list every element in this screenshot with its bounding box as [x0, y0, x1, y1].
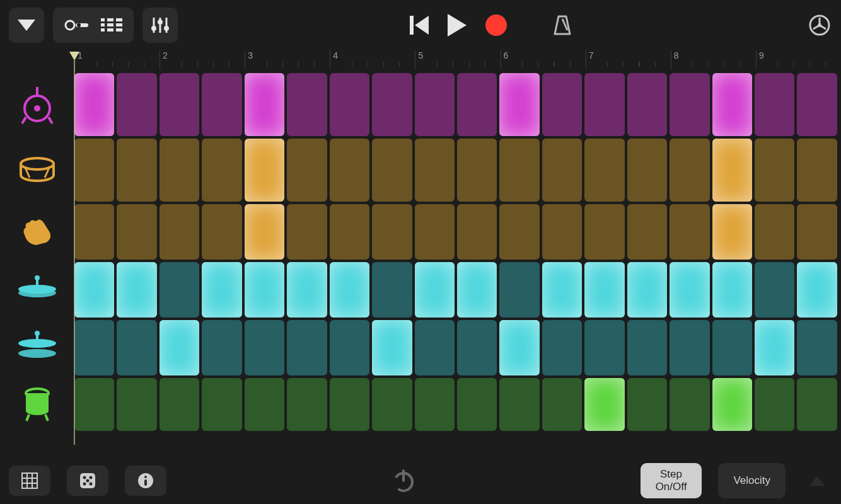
info-button[interactable] [125, 466, 166, 496]
rewind-button[interactable] [410, 16, 429, 35]
step-cell[interactable] [74, 378, 114, 431]
step-cell[interactable] [627, 204, 667, 260]
step-cell[interactable] [160, 262, 199, 318]
step-cell[interactable] [627, 73, 667, 136]
step-cell[interactable] [670, 139, 709, 202]
step-cell[interactable] [372, 139, 412, 202]
step-cell[interactable] [117, 204, 156, 260]
step-cell[interactable] [712, 73, 752, 136]
step-cell[interactable] [245, 378, 284, 431]
step-cell[interactable] [755, 262, 794, 318]
step-cell[interactable] [712, 320, 752, 375]
step-cell[interactable] [330, 204, 369, 260]
step-cell[interactable] [627, 139, 667, 202]
step-cell[interactable] [670, 73, 709, 136]
step-cell[interactable] [74, 320, 114, 375]
step-cell[interactable] [160, 73, 199, 136]
step-cell[interactable] [160, 378, 199, 431]
step-cell[interactable] [499, 378, 539, 431]
mode-step-onoff-button[interactable]: Step On/Off [641, 463, 702, 498]
step-cell[interactable] [670, 262, 709, 318]
mode-velocity-button[interactable]: Velocity [718, 463, 786, 498]
step-cell[interactable] [755, 320, 794, 375]
step-cell[interactable] [670, 320, 709, 375]
step-cell[interactable] [117, 262, 156, 318]
step-cell[interactable] [330, 378, 369, 431]
step-cell[interactable] [415, 204, 455, 260]
step-cell[interactable] [372, 262, 412, 318]
step-cell[interactable] [117, 378, 156, 431]
snare-icon[interactable] [0, 139, 74, 202]
step-cell[interactable] [287, 139, 327, 202]
step-cell[interactable] [584, 73, 624, 136]
step-cell[interactable] [245, 73, 284, 136]
step-cell[interactable] [372, 73, 412, 136]
step-cell[interactable] [584, 262, 624, 318]
view-toggle-button[interactable] [53, 8, 134, 43]
step-cell[interactable] [415, 73, 455, 136]
kick-icon[interactable] [0, 73, 74, 136]
step-cell[interactable] [584, 204, 624, 260]
step-cell[interactable] [245, 262, 284, 318]
step-cell[interactable] [287, 262, 327, 318]
step-cell[interactable] [457, 204, 497, 260]
record-button[interactable] [485, 14, 507, 36]
step-cell[interactable] [712, 139, 752, 202]
step-cell[interactable] [499, 139, 539, 202]
step-cell[interactable] [330, 262, 369, 318]
power-button[interactable] [390, 467, 417, 495]
step-cell[interactable] [755, 204, 794, 260]
step-cell[interactable] [584, 320, 624, 375]
metronome-button[interactable] [550, 13, 575, 38]
step-cell[interactable] [670, 204, 709, 260]
step-cell[interactable] [202, 378, 241, 431]
step-cell[interactable] [287, 320, 327, 375]
step-cell[interactable] [712, 204, 752, 260]
step-cell[interactable] [542, 139, 582, 202]
step-cell[interactable] [542, 204, 582, 260]
step-cell[interactable] [627, 378, 667, 431]
step-cell[interactable] [415, 378, 455, 431]
step-cell[interactable] [160, 139, 199, 202]
step-cell[interactable] [542, 320, 582, 375]
settings-button[interactable] [807, 13, 832, 38]
step-cell[interactable] [499, 320, 539, 375]
step-cell[interactable] [670, 378, 709, 431]
open-hat-icon[interactable] [0, 320, 74, 375]
step-cell[interactable] [117, 73, 156, 136]
step-cell[interactable] [372, 378, 412, 431]
step-cell[interactable] [755, 378, 794, 431]
step-cell[interactable] [287, 204, 327, 260]
sounds-menu-button[interactable] [9, 8, 44, 43]
step-cell[interactable] [542, 73, 582, 136]
step-cell[interactable] [499, 204, 539, 260]
step-cell[interactable] [797, 139, 837, 202]
step-cell[interactable] [330, 139, 369, 202]
step-cell[interactable] [797, 204, 837, 260]
step-cell[interactable] [627, 262, 667, 318]
step-cell[interactable] [117, 320, 156, 375]
step-cell[interactable] [202, 139, 241, 202]
step-cell[interactable] [74, 204, 114, 260]
pattern-button[interactable] [9, 466, 50, 496]
step-cell[interactable] [287, 378, 327, 431]
step-cell[interactable] [202, 73, 241, 136]
step-cell[interactable] [542, 262, 582, 318]
step-cell[interactable] [797, 262, 837, 318]
step-cell[interactable] [287, 73, 327, 136]
step-cell[interactable] [415, 262, 455, 318]
step-cell[interactable] [372, 204, 412, 260]
closed-hat-icon[interactable] [0, 262, 74, 318]
step-cell[interactable] [415, 139, 455, 202]
step-cell[interactable] [245, 320, 284, 375]
timeline-ruler[interactable]: 123456789+ [74, 50, 841, 69]
step-cell[interactable] [584, 378, 624, 431]
expand-modes-button[interactable] [802, 476, 832, 486]
step-cell[interactable] [797, 320, 837, 375]
step-cell[interactable] [74, 139, 114, 202]
step-cell[interactable] [755, 139, 794, 202]
step-cell[interactable] [499, 262, 539, 318]
play-button[interactable] [448, 14, 467, 37]
step-cell[interactable] [755, 73, 794, 136]
step-cell[interactable] [74, 73, 114, 136]
